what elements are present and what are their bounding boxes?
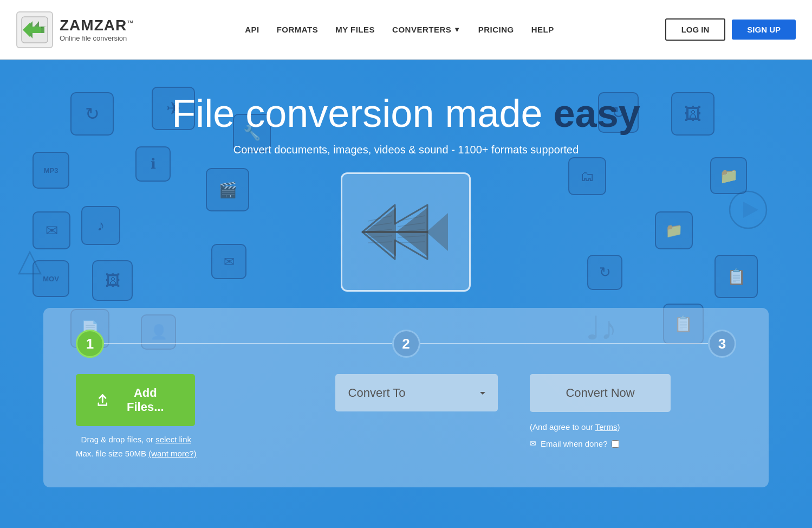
- deco-icon-folder2: 📁: [655, 211, 693, 249]
- convert-now-button[interactable]: Convert Now: [530, 374, 671, 412]
- main-nav: API FORMATS MY FILES CONVERTERS ▼ PRICIN…: [245, 25, 554, 34]
- fast-forward-sketch: [357, 197, 454, 267]
- nav-help[interactable]: HELP: [531, 25, 554, 34]
- step1-col: Add Files... Drag & drop files, or selec…: [76, 374, 303, 460]
- center-illustration: [341, 172, 471, 292]
- envelope-icon: ✉: [530, 437, 536, 450]
- zamzar-logo-svg: [21, 16, 49, 44]
- step-line-2: [420, 343, 709, 344]
- deco-icon-image: 🖼: [92, 260, 133, 301]
- nav-actions: LOG IN SIGN UP: [665, 18, 796, 41]
- login-button[interactable]: LOG IN: [665, 18, 726, 41]
- svg-marker-4: [19, 252, 41, 274]
- deco-icon-music: ♪: [81, 206, 120, 245]
- nav-my-files[interactable]: MY FILES: [335, 25, 375, 34]
- terms-link[interactable]: Terms: [595, 422, 618, 432]
- convert-to-select[interactable]: Convert To PDF JPG MP3 MP4 DOCX: [335, 374, 498, 411]
- header: ZAMZAR™ Online file conversion API FORMA…: [0, 0, 812, 60]
- deco-icon-mp3: MP3: [33, 152, 69, 189]
- svg-marker-6: [743, 202, 758, 218]
- deco-icon-envelope: ✉: [33, 211, 70, 249]
- step-2-circle: 2: [392, 330, 420, 358]
- hero-title: File conversion made easy: [172, 92, 640, 135]
- step-1-circle: 1: [76, 330, 104, 358]
- step-3-circle: 3: [708, 330, 736, 358]
- hero-content: File conversion made easy Convert docume…: [172, 60, 640, 297]
- deco-icon-copy: 📋: [714, 255, 758, 298]
- nav-formats[interactable]: FORMATS: [277, 25, 319, 34]
- add-files-button[interactable]: Add Files...: [76, 374, 195, 426]
- actions-row: Add Files... Drag & drop files, or selec…: [76, 374, 736, 460]
- step-line-1: [104, 343, 392, 344]
- want-more-link[interactable]: (want more?): [148, 449, 196, 458]
- logo-tagline: Online file conversion: [60, 34, 134, 42]
- deco-play-circle: [728, 190, 769, 233]
- deco-icon-refresh: ↻: [70, 92, 114, 136]
- logo-text: ZAMZAR™ Online file conversion: [60, 17, 134, 42]
- step2-col: Convert To PDF JPG MP3 MP4 DOCX: [303, 374, 530, 411]
- deco-icon-info: ℹ: [135, 146, 171, 182]
- nav-converters[interactable]: CONVERTERS ▼: [392, 25, 461, 34]
- signup-button[interactable]: SIGN UP: [732, 20, 796, 40]
- svg-marker-11: [426, 213, 448, 251]
- hero-subtitle: Convert documents, images, videos & soun…: [172, 144, 640, 156]
- deco-pyramid: [16, 249, 43, 279]
- nav-pricing[interactable]: PRICING: [478, 25, 514, 34]
- steps-row: 1 2 3: [76, 330, 736, 358]
- email-row: ✉ Email when done?: [530, 436, 620, 451]
- svg-point-5: [730, 191, 766, 228]
- step3-col: Convert Now (And agree to our Terms) ✉ E…: [530, 374, 736, 451]
- select-link[interactable]: select link: [155, 435, 191, 444]
- sketch-box: [341, 172, 471, 292]
- logo-name: ZAMZAR™: [60, 17, 134, 34]
- converter-panel: 1 2 3 Add Files...: [43, 308, 769, 487]
- email-when-done-checkbox[interactable]: [612, 440, 619, 448]
- upload-icon: [95, 392, 110, 408]
- deco-icon-image-right: 🖼: [671, 92, 714, 136]
- add-files-help: Drag & drop files, or select link Max. f…: [76, 433, 197, 460]
- convert-help: (And agree to our Terms) ✉ Email when do…: [530, 420, 620, 451]
- logo-icon: [16, 11, 53, 48]
- nav-api[interactable]: API: [245, 25, 259, 34]
- deco-icon-mov: MOV: [33, 260, 69, 297]
- chevron-down-icon: ▼: [453, 25, 460, 34]
- logo-area: ZAMZAR™ Online file conversion: [16, 11, 134, 48]
- deco-icon-folder: 📁: [710, 157, 747, 194]
- hero-section: ↻ MP3 ♪ ✈ ℹ ✉ 🖼 MOV 📄 👤 🔧: [0, 60, 812, 528]
